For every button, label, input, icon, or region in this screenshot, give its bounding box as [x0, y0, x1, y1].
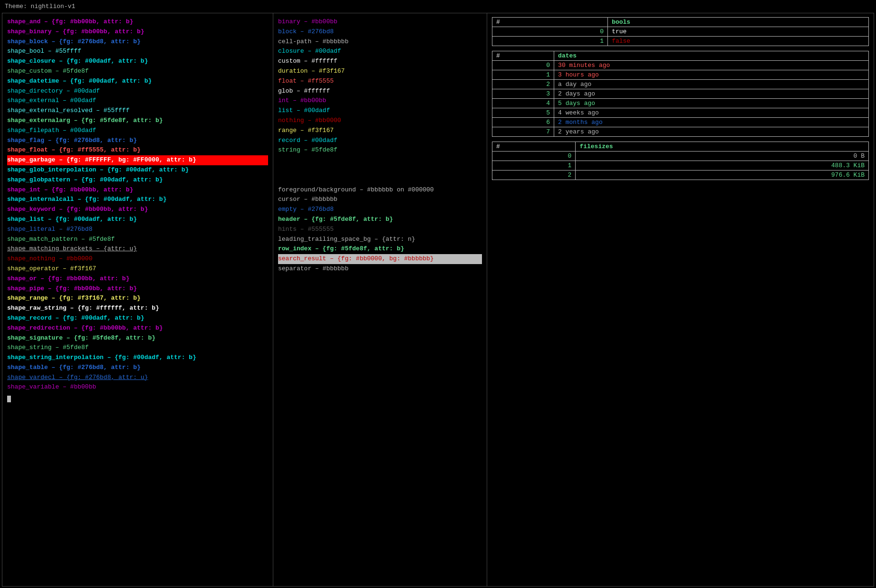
row-val: true: [608, 27, 869, 37]
line: shape_record – {fg: #00dadf, attr: b}: [7, 313, 268, 323]
line: hints – #555555: [278, 225, 482, 235]
row-id: 0: [492, 61, 554, 70]
row-id: 4: [492, 99, 554, 108]
line-spacer: [278, 175, 482, 185]
line: shape_flag – {fg: #276bd8, attr: b}: [7, 136, 268, 146]
row-val: 30 minutes ago: [554, 61, 869, 70]
row-id: 1: [492, 161, 576, 171]
line: block – #276bd8: [278, 27, 482, 37]
bools-title-header: bools: [608, 18, 869, 27]
line: shape_pipe – {fg: #bb00bb, attr: b}: [7, 284, 268, 294]
line: glob – #ffffff: [278, 86, 482, 96]
line: shape_string – #5fde8f: [7, 343, 268, 353]
line: shape_string_interpolation – {fg: #00dad…: [7, 353, 268, 363]
line: shape_table – {fg: #276bd8, attr: b}: [7, 363, 268, 373]
line: shape_binary – {fg: #bb00bb, attr: b}: [7, 27, 268, 37]
line: shape_literal – #276bd8: [7, 225, 268, 235]
row-id: 7: [492, 127, 554, 137]
row-id: 0: [492, 152, 576, 161]
line: shape_globpattern – {fg: #00dadf, attr: …: [7, 175, 268, 185]
line-spacer: [278, 165, 482, 175]
row-val: 2 days ago: [554, 89, 869, 99]
line: leading_trailing_space_bg – {attr: n}: [278, 235, 482, 245]
table-row: 1 3 hours ago: [492, 70, 869, 80]
row-id: 6: [492, 118, 554, 127]
left-column: shape_and – {fg: #bb00bb, attr: b} shape…: [2, 13, 273, 586]
row-val: 5 days ago: [554, 99, 869, 108]
filesizes-hash-header: #: [492, 142, 576, 152]
line: shape_signature – {fg: #5fde8f, attr: b}: [7, 333, 268, 343]
line: shape_matching_brackets – {attr: u}: [7, 244, 268, 254]
bools-table: # bools 0 true 1 false: [492, 17, 869, 46]
table-row: 0 30 minutes ago: [492, 61, 869, 70]
cursor-line: [7, 392, 268, 402]
bools-section: # bools 0 true 1 false: [492, 17, 869, 46]
line: shape_glob_interpolation – {fg: #00dadf,…: [7, 165, 268, 175]
filesizes-table: # filesizes 0 0 B 1 488.3 KiB 2: [492, 142, 869, 180]
line: shape_or – {fg: #bb00bb, attr: b}: [7, 274, 268, 284]
row-val: a day ago: [554, 80, 869, 89]
line: shape_redirection – {fg: #bb00bb, attr: …: [7, 323, 268, 333]
line: shape_filepath – #00dadf: [7, 126, 268, 136]
line: record – #00dadf: [278, 136, 482, 146]
line: shape_range – {fg: #f3f167, attr: b}: [7, 294, 268, 303]
table-row: 2 a day ago: [492, 80, 869, 89]
line: shape_directory – #00dadf: [7, 86, 268, 96]
dates-title-header: dates: [554, 51, 869, 61]
line: float – #ff5555: [278, 76, 482, 86]
row-id: 0: [492, 27, 608, 37]
line: shape_internalcall – {fg: #00dadf, attr:…: [7, 195, 268, 205]
middle-column: binary – #bb00bb block – #276bd8 cell-pa…: [273, 13, 487, 586]
line: separator – #bbbbbb: [278, 264, 482, 274]
line: shape_vardecl – {fg: #276bd8, attr: u}: [7, 373, 268, 383]
table-row: 1 488.3 KiB: [492, 161, 869, 171]
row-val: 0 B: [576, 152, 869, 161]
line: header – {fg: #5fde8f, attr: b}: [278, 215, 482, 225]
dates-table: # dates 0 30 minutes ago 1 3 hours ago 2: [492, 51, 869, 137]
line: shape_block – {fg: #276bd8, attr: b}: [7, 37, 268, 47]
line-spacer: [278, 155, 482, 165]
table-row: 6 2 months ago: [492, 118, 869, 127]
line: shape_external – #00dadf: [7, 96, 268, 106]
filesizes-section: # filesizes 0 0 B 1 488.3 KiB 2: [492, 142, 869, 180]
line-search: search_result – {fg: #bb0000, bg: #bbbbb…: [278, 254, 482, 264]
line: shape_list – {fg: #00dadf, attr: b}: [7, 215, 268, 225]
row-id: 2: [492, 171, 576, 180]
line: shape_custom – #5fde8f: [7, 66, 268, 76]
line: custom – #ffffff: [278, 57, 482, 66]
dates-hash-header: #: [492, 51, 554, 61]
row-id: 3: [492, 89, 554, 99]
line: shape_nothing – #bb0000: [7, 254, 268, 264]
line: shape_closure – {fg: #00dadf, attr: b}: [7, 57, 268, 66]
theme-bar: Theme: nightlion-v1: [2, 2, 874, 13]
line: shape_keyword – {fg: #bb00bb, attr: b}: [7, 205, 268, 215]
line: closure – #00dadf: [278, 47, 482, 57]
line: shape_operator – #f3f167: [7, 264, 268, 274]
line: duration – #f3f167: [278, 66, 482, 76]
row-id: 1: [492, 70, 554, 80]
line: shape_variable – #bb00bb: [7, 382, 268, 392]
row-val: 2 years ago: [554, 127, 869, 137]
line: shape_and – {fg: #bb00bb, attr: b}: [7, 17, 268, 27]
row-val: 976.6 KiB: [576, 171, 869, 180]
table-row: 0 0 B: [492, 152, 869, 161]
line-garbage: shape_garbage – {fg: #FFFFFF, bg: #FF000…: [7, 155, 268, 165]
line: foreground/background – #bbbbbb on #0000…: [278, 185, 482, 195]
bools-hash-header: #: [492, 18, 608, 27]
line: shape_int – {fg: #bb00bb, attr: b}: [7, 185, 268, 195]
line: empty – #276bd8: [278, 205, 482, 215]
row-val: 2 months ago: [554, 118, 869, 127]
table-row: 0 true: [492, 27, 869, 37]
table-row: 4 5 days ago: [492, 99, 869, 108]
row-id: 5: [492, 108, 554, 118]
table-row: 1 false: [492, 37, 869, 46]
row-val: 488.3 KiB: [576, 161, 869, 171]
dates-section: # dates 0 30 minutes ago 1 3 hours ago 2: [492, 51, 869, 137]
table-row: 2 976.6 KiB: [492, 171, 869, 180]
line: shape_bool – #55ffff: [7, 47, 268, 57]
line: cursor – #bbbbbb: [278, 195, 482, 205]
table-row: 5 4 weeks ago: [492, 108, 869, 118]
row-val: false: [608, 37, 869, 46]
line: shape_float – {fg: #ff5555, attr: b}: [7, 145, 268, 155]
row-id: 2: [492, 80, 554, 89]
